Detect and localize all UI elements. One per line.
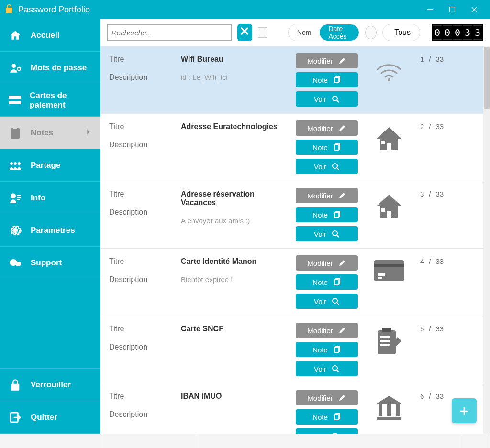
svg-rect-40: [380, 340, 390, 342]
sidebar-item-label: Notes: [31, 128, 53, 138]
item-total: 33: [436, 325, 444, 333]
search-input[interactable]: [107, 24, 232, 41]
svg-point-21: [388, 78, 390, 81]
scrollbar-thumb[interactable]: [484, 47, 490, 109]
note-button[interactable]: Note: [296, 72, 358, 87]
copy-icon: [333, 413, 341, 421]
view-button[interactable]: Voir: [296, 294, 358, 309]
pencil-icon: [338, 124, 346, 132]
list-item[interactable]: Titre Description Carte Identité Manon B…: [100, 249, 490, 316]
share-icon: [9, 160, 22, 171]
sidebar-item-passwords[interactable]: Mots de passe: [0, 52, 100, 84]
modify-button[interactable]: Modifier: [296, 255, 358, 271]
sidebar-item-label: Support: [31, 258, 62, 268]
field-label-description: Description: [109, 343, 176, 351]
lock-icon: [9, 379, 22, 391]
sidebar-item-label: Mots de passe: [31, 63, 87, 73]
add-button[interactable]: +: [452, 398, 477, 423]
sidebar-item-support[interactable]: Support: [0, 247, 100, 279]
item-type-icon: [363, 323, 415, 376]
lock-icon: [5, 4, 13, 16]
note-button[interactable]: Note: [296, 409, 358, 425]
item-index: 6: [420, 392, 424, 400]
view-button[interactable]: Voir: [296, 91, 358, 107]
svg-point-10: [18, 162, 21, 165]
info-icon: [9, 192, 22, 204]
modify-button[interactable]: Modifier: [296, 188, 358, 203]
sidebar-item-notes[interactable]: Notes: [0, 117, 100, 149]
support-icon: [9, 258, 22, 268]
sidebar-item-cards[interactable]: Cartes de paiement: [0, 84, 100, 117]
list-item[interactable]: Titre Description IBAN iMUO Modifier Not…: [100, 383, 490, 434]
item-type-icon: [363, 120, 415, 174]
svg-point-43: [333, 433, 337, 434]
minimize-button[interactable]: [419, 0, 441, 19]
view-button[interactable]: Voir: [296, 361, 358, 376]
svg-rect-46: [396, 404, 400, 416]
item-description: id : Le_Wifi_Ici: [181, 73, 291, 81]
list-item[interactable]: Titre Description Adresse Euratechnologi…: [100, 114, 490, 181]
view-button[interactable]: Voir: [296, 428, 358, 434]
sidebar-item-lock[interactable]: Verrouiller: [0, 369, 100, 401]
svg-rect-7: [13, 127, 17, 129]
search-icon: [331, 432, 340, 434]
sidebar-item-label: Parametres: [31, 226, 75, 235]
svg-rect-47: [377, 417, 401, 420]
sidebar-item-settings[interactable]: Parametres: [0, 214, 100, 247]
svg-rect-32: [374, 264, 404, 267]
sidebar-item-quit[interactable]: Quitter: [0, 401, 100, 434]
svg-rect-19: [334, 77, 339, 83]
note-button[interactable]: Note: [296, 140, 358, 155]
list-item[interactable]: Titre Description Adresse réservation Va…: [100, 181, 490, 249]
sort-option-name[interactable]: Nom: [289, 24, 320, 41]
svg-rect-39: [380, 336, 390, 338]
field-label-description: Description: [109, 208, 176, 217]
item-total: 33: [436, 55, 444, 63]
field-label-title: Titre: [109, 325, 176, 333]
list-item[interactable]: Titre Description Wifi Bureau id : Le_Wi…: [100, 46, 490, 114]
key-user-icon: [9, 62, 22, 74]
clear-search-button[interactable]: [237, 24, 252, 41]
modify-button[interactable]: Modifier: [296, 120, 358, 136]
note-button[interactable]: Note: [296, 342, 358, 357]
filter-pill[interactable]: Tous: [382, 24, 420, 41]
app-title: Password Portfolio: [18, 5, 90, 15]
search-icon: [331, 297, 340, 306]
modify-button[interactable]: Modifier: [296, 323, 358, 338]
sidebar-item-accueil[interactable]: Accueil: [0, 19, 100, 52]
field-label-description: Description: [109, 141, 176, 149]
field-label-title: Titre: [109, 392, 176, 401]
checkbox-unknown[interactable]: [258, 27, 267, 38]
sidebar-item-share[interactable]: Partage: [0, 149, 100, 182]
item-index: 3: [420, 190, 424, 198]
field-label-title: Titre: [109, 257, 176, 266]
sort-option-date[interactable]: Date Accès: [320, 24, 359, 41]
sidebar-item-info[interactable]: Info: [0, 182, 100, 214]
list-item[interactable]: Titre Description Carte SNCF Modifier No…: [100, 316, 490, 383]
gear-icon: [9, 224, 22, 237]
view-button[interactable]: Voir: [296, 226, 358, 241]
pencil-icon: [338, 56, 346, 65]
item-title: Wifi Bureau: [181, 55, 291, 64]
note-button[interactable]: Note: [296, 274, 358, 290]
item-index: 5: [420, 325, 424, 333]
svg-point-26: [333, 231, 337, 236]
modify-button[interactable]: Modifier: [296, 390, 358, 405]
statusbar: [0, 434, 490, 448]
svg-rect-1: [450, 7, 455, 12]
svg-rect-5: [9, 101, 21, 104]
counter-digit: 3: [473, 25, 482, 40]
note-button[interactable]: Note: [296, 207, 358, 222]
filter-dot[interactable]: [365, 26, 377, 39]
view-button[interactable]: Voir: [296, 159, 358, 174]
close-button[interactable]: [463, 0, 485, 19]
modify-button[interactable]: Modifier: [296, 53, 358, 68]
search-icon: [331, 364, 340, 373]
scrollbar[interactable]: [483, 46, 490, 434]
svg-rect-28: [334, 280, 339, 285]
svg-rect-35: [334, 347, 339, 352]
clipboard-icon: [9, 127, 22, 139]
sidebar: Accueil Mots de passe Cartes de paiement…: [0, 19, 100, 434]
maximize-button[interactable]: [441, 0, 463, 19]
item-title: Carte SNCF: [181, 325, 291, 333]
